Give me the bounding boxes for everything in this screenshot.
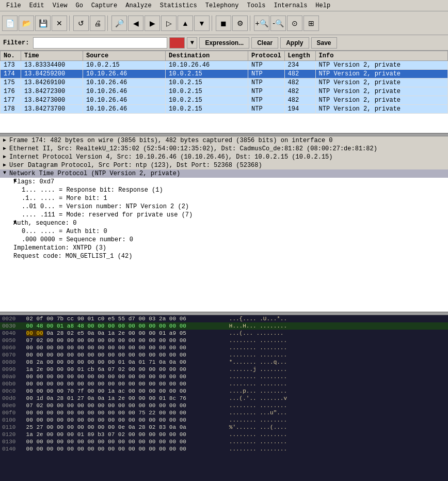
filter-dropdown[interactable]: ▼	[187, 37, 197, 49]
hex-row[interactable]: 00d0 00 1d 0a 28 01 27 0a 0a 1a 2e 00 00…	[0, 395, 448, 402]
frame-section[interactable]: ▶ Frame 174: 482 bytes on wire (3856 bit…	[0, 136, 448, 145]
hex-offset: 0110	[2, 424, 23, 430]
table-row[interactable]: 17413.8425920010.10.26.4610.0.2.15NTP482…	[1, 70, 448, 79]
col-info: Info	[315, 51, 447, 61]
hex-ascii: H...H... ........	[229, 323, 287, 329]
hex-offset: 0070	[2, 352, 23, 358]
hex-row[interactable]: 0140 00 00 00 00 00 00 00 00 00 00 00 00…	[0, 445, 448, 453]
menu-tools[interactable]: Tools	[243, 1, 270, 10]
hex-row[interactable]: 00b0 00 00 00 00 00 00 00 00 00 00 00 00…	[0, 380, 448, 387]
hex-row[interactable]: 0090 1a 2e 00 00 00 01 cb 6a 07 02 00 00…	[0, 366, 448, 373]
hex-row[interactable]: 0060 00 00 00 00 00 00 00 00 00 00 00 00…	[0, 344, 448, 351]
hex-bytes: 00 1d 0a 28 01 27 0a 0a 1a 2e 00 00 00 0…	[26, 395, 222, 401]
back-button[interactable]: ◀	[128, 15, 143, 31]
save-capture-button[interactable]: 💾	[35, 15, 51, 31]
find-button[interactable]: 🔎	[111, 15, 127, 31]
hex-offset: 0030	[2, 323, 23, 329]
udp-expand-icon[interactable]: ▶	[3, 162, 9, 168]
hex-row[interactable]: 00f0 00 00 00 00 00 00 00 00 00 00 00 75…	[0, 409, 448, 416]
save-button[interactable]: Save	[311, 37, 337, 49]
hex-row[interactable]: 00c0 00 00 00 00 70 7f 00 00 1a ac 00 00…	[0, 387, 448, 395]
menu-internals[interactable]: Internals	[270, 1, 312, 10]
menu-view[interactable]: View	[49, 1, 72, 10]
zoom-reset-button[interactable]: ⊙	[287, 15, 302, 31]
hex-row[interactable]: 0040 00 00 0a 28 02 e5 0a 0a 1a 2e 00 00…	[0, 330, 448, 337]
ntp-section[interactable]: ▼ Network Time Protocol (NTP Version 2, …	[0, 169, 448, 178]
new-capture-button[interactable]: 📄	[2, 15, 18, 31]
menu-analyze[interactable]: Analyze	[121, 1, 155, 10]
ethernet-section[interactable]: ▶ Ethernet II, Src: RealtekU_12:35:02 (5…	[0, 145, 448, 153]
scroll-bottom-button[interactable]: ▼	[194, 15, 210, 31]
hex-row[interactable]: 0030 00 48 00 01 a8 48 00 00 00 00 00 00…	[0, 322, 448, 330]
menu-statistics[interactable]: Statistics	[156, 1, 201, 10]
ntp-auth-section[interactable]: ▼ Auth, sequence: 0	[0, 219, 448, 227]
print-button[interactable]: 🖨	[90, 15, 105, 31]
hex-ascii: ........ ........	[229, 439, 287, 445]
menu-capture[interactable]: Capture	[87, 1, 121, 10]
frame-label: Frame 174: 482 bytes on wire (3856 bits)…	[9, 137, 445, 144]
ntp-flags-section[interactable]: ▼ Flags: 0xd7	[0, 178, 448, 186]
hex-row[interactable]: 0020 02 0f 00 7b cc 90 01 c0 e5 55 d7 00…	[0, 315, 448, 322]
hex-ascii: ........ ........	[229, 374, 287, 380]
flags-mode-label: .... .111 = Mode: reserved for private u…	[3, 211, 445, 219]
hex-row[interactable]: 0070 00 00 00 00 00 00 00 00 00 00 00 00…	[0, 351, 448, 359]
colorize-button[interactable]: ◼	[216, 15, 231, 31]
ethernet-expand-icon[interactable]: ▶	[3, 145, 9, 151]
filter-input[interactable]	[33, 37, 167, 49]
table-row[interactable]: 17713.8427300010.10.26.4610.0.2.15NTP482…	[1, 96, 448, 105]
clear-button[interactable]: Clear	[251, 37, 278, 49]
hex-row[interactable]: 0120 1a 2e 00 00 00 01 89 b3 07 02 00 00…	[0, 431, 448, 438]
hex-dump[interactable]: 0020 02 0f 00 7b cc 90 01 c0 e5 55 d7 00…	[0, 315, 448, 481]
scroll-top-button[interactable]: ▲	[178, 15, 193, 31]
reload-button[interactable]: ↺	[73, 15, 89, 31]
hex-row[interactable]: 0130 00 00 00 00 00 00 00 00 00 00 00 00…	[0, 438, 448, 445]
menu-telephony[interactable]: Telephony	[201, 1, 243, 10]
zoom-fit-button[interactable]: ⊞	[303, 15, 319, 31]
close-capture-button[interactable]: ✕	[52, 15, 67, 31]
hex-bytes: 00 00 00 00 00 00 00 00 00 00 00 00 00 0…	[26, 439, 222, 445]
impl-label: Implementation: XNTPD (3)	[13, 244, 445, 252]
toolbar-sep-3	[212, 15, 214, 31]
menu-file[interactable]: File	[2, 1, 25, 10]
table-row[interactable]: 17613.8427230010.10.26.4610.0.2.15NTP482…	[1, 87, 448, 96]
ip-section[interactable]: ▶ Internet Protocol Version 4, Src: 10.1…	[0, 153, 448, 161]
zoom-out-button[interactable]: -🔍	[270, 15, 286, 31]
table-row[interactable]: 17313.8333440010.0.2.1510.10.26.46NTP234…	[1, 61, 448, 70]
hex-ascii: ........ ........	[229, 402, 287, 409]
hex-offset: 00b0	[2, 381, 23, 387]
frame-expand-icon[interactable]: ▶	[3, 137, 9, 143]
open-capture-button[interactable]: 📂	[19, 15, 34, 31]
packet-list[interactable]: No. Time Source Destination Protocol Len…	[0, 51, 448, 133]
hex-ascii: ...(.'.. .......v	[229, 395, 287, 401]
hex-row[interactable]: 0050 07 02 00 00 00 00 00 00 00 00 00 00…	[0, 337, 448, 344]
zoom-in-button[interactable]: +🔍	[254, 15, 269, 31]
ip-expand-icon[interactable]: ▶	[3, 153, 9, 160]
flags-expand-icon[interactable]: ▼	[3, 178, 13, 184]
forward-button[interactable]: ▶	[145, 15, 160, 31]
hex-row[interactable]: 00a0 00 00 00 00 00 00 00 00 00 00 00 00…	[0, 373, 448, 380]
prefs-button[interactable]: ⚙	[232, 15, 248, 31]
menu-help[interactable]: Help	[311, 1, 334, 10]
hex-bytes: 00 00 00 00 70 7f 00 00 1a ac 00 00 00 0…	[26, 388, 222, 394]
ntp-expand-icon[interactable]: ▼	[3, 170, 9, 176]
packet-detail[interactable]: ▶ Frame 174: 482 bytes on wire (3856 bit…	[0, 136, 448, 312]
udp-section[interactable]: ▶ User Datagram Protocol, Src Port: ntp …	[0, 161, 448, 169]
hex-bytes: 02 0f 00 7b cc 90 01 c0 e5 55 d7 00 03 2…	[26, 316, 222, 322]
hex-bytes: 00 00 00 00 00 00 00 00 00 00 00 00 00 0…	[26, 381, 222, 387]
auth-expand-icon[interactable]: ▼	[3, 220, 13, 225]
table-row[interactable]: 17813.8427370010.10.26.4610.0.2.15NTP194…	[1, 105, 448, 114]
menu-edit[interactable]: Edit	[25, 1, 49, 10]
hex-ascii: ....p... ........	[229, 388, 287, 394]
hex-row[interactable]: 00e0 07 02 00 00 00 00 00 00 00 00 00 00…	[0, 402, 448, 409]
table-row[interactable]: 17513.8426910010.10.26.4610.0.2.15NTP482…	[1, 79, 448, 87]
apply-button[interactable]: Apply	[280, 37, 309, 49]
hex-row[interactable]: 0110 25 27 00 00 00 00 00 00 00 0e 0a 28…	[0, 424, 448, 431]
hex-offset: 00e0	[2, 402, 23, 409]
expression-button[interactable]: Expression...	[199, 37, 249, 49]
hex-row[interactable]: 0080 08 2a 00 00 00 00 00 00 00 01 0a 01…	[0, 359, 448, 366]
hex-bytes: 08 2a 00 00 00 00 00 00 00 01 0a 01 71 0…	[26, 359, 222, 365]
hex-offset: 00f0	[2, 410, 23, 416]
goto-button[interactable]: ▷	[161, 15, 177, 31]
hex-row[interactable]: 0100 00 00 00 00 00 00 00 00 00 00 00 00…	[0, 416, 448, 424]
menu-go[interactable]: Go	[71, 1, 87, 10]
